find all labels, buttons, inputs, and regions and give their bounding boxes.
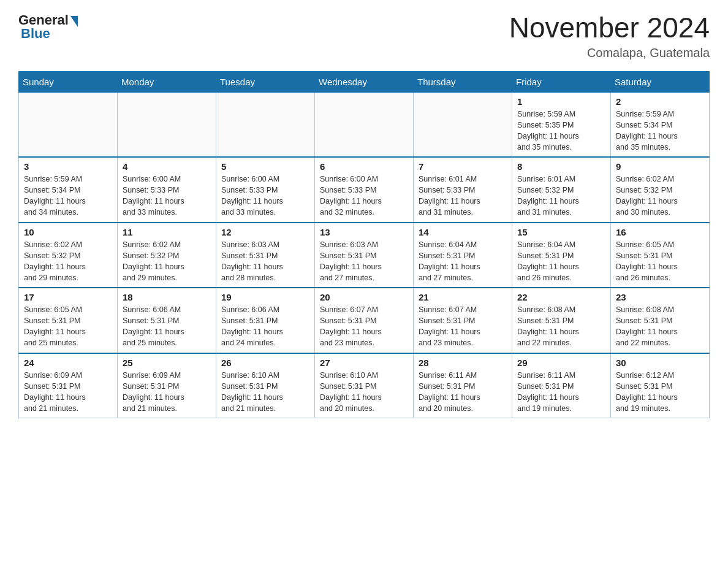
calendar-cell: 12Sunrise: 6:03 AM Sunset: 5:31 PM Dayli… xyxy=(216,223,315,288)
logo: General Blue xyxy=(18,12,78,42)
calendar-cell: 23Sunrise: 6:08 AM Sunset: 5:31 PM Dayli… xyxy=(611,288,710,353)
calendar-cell: 11Sunrise: 6:02 AM Sunset: 5:32 PM Dayli… xyxy=(118,223,216,288)
weekday-header: Sunday xyxy=(19,71,118,92)
title-area: November 2024 Comalapa, Guatemala xyxy=(509,12,710,60)
calendar-week-row: 1Sunrise: 5:59 AM Sunset: 5:35 PM Daylig… xyxy=(19,92,710,157)
day-info: Sunrise: 6:03 AM Sunset: 5:31 PM Dayligh… xyxy=(320,239,408,284)
month-title: November 2024 xyxy=(509,12,710,44)
calendar-cell: 2Sunrise: 5:59 AM Sunset: 5:34 PM Daylig… xyxy=(611,92,710,157)
day-info: Sunrise: 6:06 AM Sunset: 5:31 PM Dayligh… xyxy=(221,304,309,349)
logo-arrow-icon xyxy=(70,16,78,27)
day-info: Sunrise: 6:08 AM Sunset: 5:31 PM Dayligh… xyxy=(616,304,704,349)
day-info: Sunrise: 5:59 AM Sunset: 5:34 PM Dayligh… xyxy=(616,109,704,153)
day-number: 13 xyxy=(320,227,408,237)
day-number: 4 xyxy=(123,161,211,172)
calendar-cell xyxy=(19,92,118,157)
weekday-header: Monday xyxy=(118,71,216,92)
calendar-cell: 14Sunrise: 6:04 AM Sunset: 5:31 PM Dayli… xyxy=(414,223,512,288)
calendar-cell: 9Sunrise: 6:02 AM Sunset: 5:32 PM Daylig… xyxy=(611,157,710,223)
calendar-cell: 27Sunrise: 6:10 AM Sunset: 5:31 PM Dayli… xyxy=(315,353,414,418)
day-info: Sunrise: 6:01 AM Sunset: 5:32 PM Dayligh… xyxy=(517,174,605,218)
weekday-header: Tuesday xyxy=(216,71,315,92)
day-info: Sunrise: 6:10 AM Sunset: 5:31 PM Dayligh… xyxy=(221,370,309,415)
day-info: Sunrise: 6:04 AM Sunset: 5:31 PM Dayligh… xyxy=(419,239,507,284)
calendar-cell: 16Sunrise: 6:05 AM Sunset: 5:31 PM Dayli… xyxy=(611,223,710,288)
calendar-cell: 13Sunrise: 6:03 AM Sunset: 5:31 PM Dayli… xyxy=(315,223,414,288)
calendar-week-row: 17Sunrise: 6:05 AM Sunset: 5:31 PM Dayli… xyxy=(19,288,710,353)
calendar-cell: 1Sunrise: 5:59 AM Sunset: 5:35 PM Daylig… xyxy=(512,92,611,157)
calendar-cell: 21Sunrise: 6:07 AM Sunset: 5:31 PM Dayli… xyxy=(414,288,512,353)
day-number: 25 xyxy=(123,358,211,368)
day-number: 11 xyxy=(123,227,211,237)
day-info: Sunrise: 6:11 AM Sunset: 5:31 PM Dayligh… xyxy=(517,370,605,415)
day-number: 24 xyxy=(24,358,112,368)
calendar-cell xyxy=(216,92,315,157)
day-info: Sunrise: 6:10 AM Sunset: 5:31 PM Dayligh… xyxy=(320,370,408,415)
day-info: Sunrise: 6:05 AM Sunset: 5:31 PM Dayligh… xyxy=(24,304,112,349)
calendar-cell: 19Sunrise: 6:06 AM Sunset: 5:31 PM Dayli… xyxy=(216,288,315,353)
day-info: Sunrise: 6:04 AM Sunset: 5:31 PM Dayligh… xyxy=(517,239,605,284)
day-number: 18 xyxy=(123,292,211,302)
calendar-table: SundayMondayTuesdayWednesdayThursdayFrid… xyxy=(18,71,710,419)
day-number: 23 xyxy=(616,292,704,302)
calendar-cell: 15Sunrise: 6:04 AM Sunset: 5:31 PM Dayli… xyxy=(512,223,611,288)
day-info: Sunrise: 6:00 AM Sunset: 5:33 PM Dayligh… xyxy=(221,174,309,218)
day-number: 28 xyxy=(419,358,507,368)
day-number: 15 xyxy=(517,227,605,237)
day-number: 9 xyxy=(616,161,704,172)
day-info: Sunrise: 6:02 AM Sunset: 5:32 PM Dayligh… xyxy=(123,239,211,284)
day-number: 27 xyxy=(320,358,408,368)
day-number: 7 xyxy=(419,161,507,172)
calendar-cell xyxy=(315,92,414,157)
page-header: General Blue November 2024 Comalapa, Gua… xyxy=(18,12,710,60)
day-number: 10 xyxy=(24,227,112,237)
day-number: 16 xyxy=(616,227,704,237)
logo-blue-text: Blue xyxy=(18,26,50,42)
calendar-week-row: 3Sunrise: 5:59 AM Sunset: 5:34 PM Daylig… xyxy=(19,157,710,223)
calendar-week-row: 10Sunrise: 6:02 AM Sunset: 5:32 PM Dayli… xyxy=(19,223,710,288)
calendar-header-row: SundayMondayTuesdayWednesdayThursdayFrid… xyxy=(19,71,710,92)
day-number: 12 xyxy=(221,227,309,237)
calendar-cell: 29Sunrise: 6:11 AM Sunset: 5:31 PM Dayli… xyxy=(512,353,611,418)
day-info: Sunrise: 6:08 AM Sunset: 5:31 PM Dayligh… xyxy=(517,304,605,349)
day-info: Sunrise: 5:59 AM Sunset: 5:35 PM Dayligh… xyxy=(517,109,605,153)
day-info: Sunrise: 6:01 AM Sunset: 5:33 PM Dayligh… xyxy=(419,174,507,218)
calendar-cell: 17Sunrise: 6:05 AM Sunset: 5:31 PM Dayli… xyxy=(19,288,118,353)
weekday-header: Thursday xyxy=(414,71,512,92)
day-info: Sunrise: 6:02 AM Sunset: 5:32 PM Dayligh… xyxy=(24,239,112,284)
day-number: 30 xyxy=(616,358,704,368)
weekday-header: Wednesday xyxy=(315,71,414,92)
calendar-cell: 20Sunrise: 6:07 AM Sunset: 5:31 PM Dayli… xyxy=(315,288,414,353)
day-number: 17 xyxy=(24,292,112,302)
day-number: 19 xyxy=(221,292,309,302)
day-info: Sunrise: 6:00 AM Sunset: 5:33 PM Dayligh… xyxy=(123,174,211,218)
day-number: 6 xyxy=(320,161,408,172)
calendar-cell: 28Sunrise: 6:11 AM Sunset: 5:31 PM Dayli… xyxy=(414,353,512,418)
day-number: 29 xyxy=(517,358,605,368)
day-number: 26 xyxy=(221,358,309,368)
day-number: 2 xyxy=(616,96,704,107)
calendar-cell: 30Sunrise: 6:12 AM Sunset: 5:31 PM Dayli… xyxy=(611,353,710,418)
day-number: 5 xyxy=(221,161,309,172)
day-info: Sunrise: 6:02 AM Sunset: 5:32 PM Dayligh… xyxy=(616,174,704,218)
day-info: Sunrise: 6:03 AM Sunset: 5:31 PM Dayligh… xyxy=(221,239,309,284)
day-info: Sunrise: 6:07 AM Sunset: 5:31 PM Dayligh… xyxy=(320,304,408,349)
day-info: Sunrise: 6:11 AM Sunset: 5:31 PM Dayligh… xyxy=(419,370,507,415)
weekday-header: Saturday xyxy=(611,71,710,92)
day-number: 22 xyxy=(517,292,605,302)
day-number: 3 xyxy=(24,161,112,172)
calendar-cell: 26Sunrise: 6:10 AM Sunset: 5:31 PM Dayli… xyxy=(216,353,315,418)
calendar-cell: 6Sunrise: 6:00 AM Sunset: 5:33 PM Daylig… xyxy=(315,157,414,223)
day-number: 14 xyxy=(419,227,507,237)
day-info: Sunrise: 6:07 AM Sunset: 5:31 PM Dayligh… xyxy=(419,304,507,349)
calendar-cell: 10Sunrise: 6:02 AM Sunset: 5:32 PM Dayli… xyxy=(19,223,118,288)
calendar-cell xyxy=(414,92,512,157)
calendar-cell: 18Sunrise: 6:06 AM Sunset: 5:31 PM Dayli… xyxy=(118,288,216,353)
calendar-week-row: 24Sunrise: 6:09 AM Sunset: 5:31 PM Dayli… xyxy=(19,353,710,418)
calendar-cell: 24Sunrise: 6:09 AM Sunset: 5:31 PM Dayli… xyxy=(19,353,118,418)
calendar-cell: 5Sunrise: 6:00 AM Sunset: 5:33 PM Daylig… xyxy=(216,157,315,223)
day-info: Sunrise: 6:06 AM Sunset: 5:31 PM Dayligh… xyxy=(123,304,211,349)
day-number: 21 xyxy=(419,292,507,302)
day-number: 1 xyxy=(517,96,605,107)
day-info: Sunrise: 6:05 AM Sunset: 5:31 PM Dayligh… xyxy=(616,239,704,284)
